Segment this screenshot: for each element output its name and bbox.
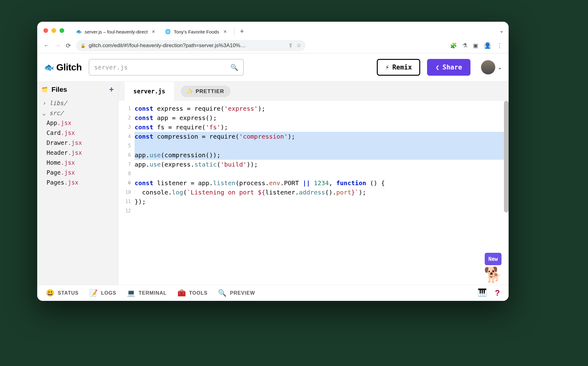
share-button[interactable]: ❮ Share [427, 59, 470, 76]
code-line[interactable]: 8 [120, 169, 509, 178]
reload-button[interactable]: ⟳ [66, 42, 71, 49]
tab-glitch-editor[interactable]: 🐟 server.js – foul-heavenly-direct ✕ [72, 25, 161, 38]
window-controls [43, 28, 64, 33]
code-line[interactable]: 7app.use(express.static('build')); [120, 160, 509, 169]
file-app[interactable]: App.jsx [37, 118, 118, 128]
tabs: 🐟 server.js – foul-heavenly-direct ✕ 🌐 T… [72, 25, 499, 38]
code-line[interactable]: 5 [120, 141, 509, 150]
code-line[interactable]: 10 console.log(`Listening on port ${list… [120, 188, 509, 197]
files-sidebar: 🗂️ Files + › libs/⌄ src/App.jsxCard.jsxD… [37, 82, 118, 285]
chrome-tab-strip: 🐟 server.js – foul-heavenly-direct ✕ 🌐 T… [37, 22, 509, 38]
editor-tab-serverjs[interactable]: server.js [125, 82, 174, 101]
code-line[interactable]: 6app.use(compression()); [120, 150, 509, 160]
tab-label: Tony's Favorite Foods [174, 29, 219, 34]
status-icon: 😃 [46, 289, 55, 297]
chrome-actions: 🧩 ⚗ ▣ 👤 ⋮ [450, 42, 502, 49]
footer-status[interactable]: 😃STATUS [46, 289, 79, 297]
code-editor[interactable]: 1const express = require('express');2con… [118, 101, 509, 285]
file-pages[interactable]: Pages.jsx [37, 177, 118, 187]
lightning-icon: ⚡ [385, 64, 389, 71]
panel-icon[interactable]: ▣ [473, 42, 478, 49]
tab-label: server.js – foul-heavenly-direct [85, 29, 148, 34]
editor-panel: server.js ✨ PRETTIER 1const express = re… [118, 82, 509, 285]
new-badge: New [485, 253, 502, 265]
code-line[interactable]: 12 [120, 206, 509, 216]
share-label: Share [443, 64, 462, 71]
footer-logs[interactable]: 📝LOGS [89, 289, 116, 297]
code-line[interactable]: 1const express = require('express'); [120, 104, 509, 113]
extensions-icon[interactable]: 🧩 [450, 42, 457, 49]
tab-tonys-foods[interactable]: 🌐 Tony's Favorite Foods ✕ [161, 25, 232, 38]
editor-tab-bar: server.js ✨ PRETTIER [118, 82, 509, 101]
flask-icon[interactable]: ⚗ [462, 42, 467, 49]
more-menu-icon[interactable]: ⋮ [497, 42, 502, 49]
code-line[interactable]: 2const app = express(); [120, 113, 509, 123]
files-header: 🗂️ Files + [37, 82, 118, 97]
glitch-header: 🐟 Glitch server.js 🔍 ⚡ Remix ❮ Share ⌄ [37, 53, 509, 81]
lock-icon: 🔒 [80, 43, 86, 48]
remix-label: Remix [392, 64, 412, 71]
browser-window: 🐟 server.js – foul-heavenly-direct ✕ 🌐 T… [37, 22, 509, 301]
glitch-logo[interactable]: 🐟 Glitch [44, 62, 82, 73]
piano-icon[interactable]: 🎹 [478, 288, 487, 298]
file-page[interactable]: Page.jsx [37, 167, 118, 177]
file-tree: › libs/⌄ src/App.jsxCard.jsxDrawer.jsxHe… [37, 97, 118, 188]
tools-icon: 🧰 [177, 289, 186, 297]
close-window-button[interactable] [43, 28, 48, 33]
prettier-label: PRETTIER [196, 88, 224, 94]
glitch-fish-icon: 🐟 [44, 63, 54, 72]
file-header[interactable]: Header.jsx [37, 148, 118, 158]
status-bar: 😃STATUS📝LOGS💻TERMINAL🧰TOOLS🔍PREVIEW 🎹 ? [37, 285, 509, 301]
scrollbar[interactable] [504, 101, 509, 212]
folder-src[interactable]: ⌄ src/ [37, 108, 118, 118]
close-tab-icon[interactable]: ✕ [151, 29, 156, 34]
maximize-window-button[interactable] [60, 28, 64, 33]
code-line[interactable]: 3const fs = require('fs'); [120, 123, 509, 132]
code-line[interactable]: 4const compression = require('compressio… [120, 132, 509, 141]
file-card[interactable]: Card.jsx [37, 128, 118, 138]
logs-icon: 📝 [89, 289, 98, 297]
bookmark-icon[interactable]: ☆ [296, 42, 301, 49]
code-line[interactable]: 11}); [120, 197, 509, 206]
chrome-toolbar: ← → ⟳ 🔒 glitch.com/edit/#!/foul-heavenly… [37, 38, 509, 53]
search-input[interactable]: server.js 🔍 [89, 59, 244, 76]
folder-libs[interactable]: › libs/ [37, 98, 118, 108]
glitch-mascot[interactable]: New 🐕 [484, 253, 502, 282]
editor-tab-label: server.js [133, 88, 165, 95]
chevron-down-icon: ⌄ [498, 65, 502, 70]
file-home[interactable]: Home.jsx [37, 158, 118, 167]
forward-button[interactable]: → [55, 42, 61, 49]
close-tab-icon[interactable]: ✕ [222, 29, 228, 34]
globe-favicon-icon: 🌐 [165, 29, 171, 34]
footer-tools[interactable]: 🧰TOOLS [177, 289, 208, 297]
avatar [481, 60, 495, 74]
add-file-button[interactable]: + [109, 85, 114, 94]
sparkle-icon: ✨ [187, 88, 194, 94]
files-title: Files [51, 86, 67, 94]
code-line[interactable]: 9▾const listener = app.listen(process.en… [120, 178, 509, 188]
footer-terminal[interactable]: 💻TERMINAL [127, 289, 167, 297]
prettier-button[interactable]: ✨ PRETTIER [181, 86, 230, 97]
url-text: glitch.com/edit/#!/foul-heavenly-directi… [89, 42, 246, 49]
app-body: 🗂️ Files + › libs/⌄ src/App.jsxCard.jsxD… [37, 81, 509, 285]
footer-right: 🎹 ? [478, 288, 500, 298]
dog-icon: 🐕 [484, 266, 502, 283]
minimize-window-button[interactable] [51, 28, 56, 33]
preview-icon: 🔍 [218, 289, 227, 297]
chevron-down-icon[interactable]: ⌄ [499, 27, 504, 34]
files-box-icon: 🗂️ [42, 87, 48, 92]
user-menu[interactable]: ⌄ [481, 60, 502, 74]
terminal-icon: 💻 [127, 289, 136, 297]
logo-text: Glitch [56, 62, 82, 73]
profile-icon[interactable]: 👤 [484, 42, 491, 49]
new-tab-button[interactable]: + [236, 27, 248, 38]
file-drawer[interactable]: Drawer.jsx [37, 138, 118, 148]
back-button[interactable]: ← [43, 42, 50, 49]
glitch-favicon-icon: 🐟 [76, 29, 82, 34]
help-button[interactable]: ? [495, 288, 500, 298]
footer-preview[interactable]: 🔍PREVIEW [218, 289, 255, 297]
share-url-icon[interactable]: ⇪ [288, 42, 293, 49]
remix-button[interactable]: ⚡ Remix [377, 59, 420, 76]
address-bar[interactable]: 🔒 glitch.com/edit/#!/foul-heavenly-direc… [76, 40, 305, 51]
search-icon: 🔍 [230, 64, 238, 71]
